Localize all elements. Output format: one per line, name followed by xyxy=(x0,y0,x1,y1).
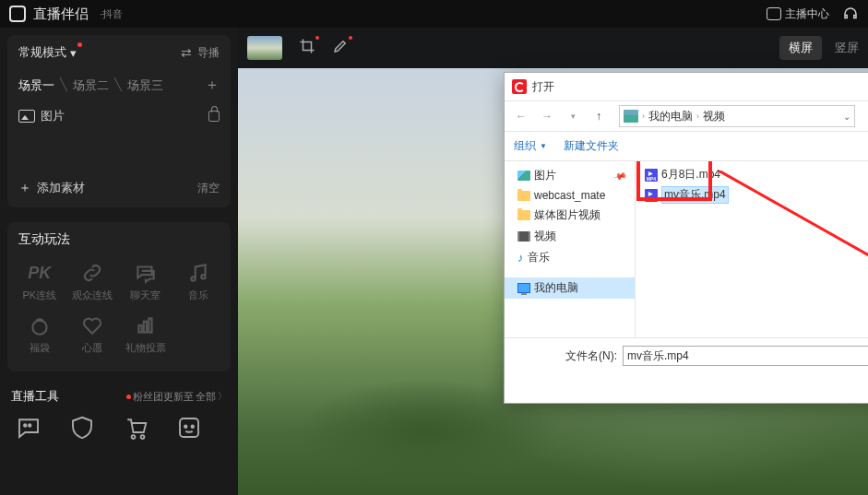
tool-item-3[interactable] xyxy=(122,414,149,445)
file-list[interactable]: MP4 6月8日.mp4 MP4 mv音乐.mp4 xyxy=(636,161,868,337)
interact-title: 互动玩法 xyxy=(7,222,231,252)
mp4-file-icon: MP4 xyxy=(645,189,658,202)
tree-video[interactable]: 视频 xyxy=(505,226,635,247)
chat-icon xyxy=(134,261,158,285)
interact-label: 音乐 xyxy=(188,289,208,302)
content-toolbar-left xyxy=(247,36,349,60)
filename-input[interactable]: mv音乐.mp4 ⌄ xyxy=(623,346,868,366)
dialog-titlebar: 打开 ✕ xyxy=(505,73,868,100)
tools-row xyxy=(0,407,238,445)
scene-tab-1[interactable]: 场景一 xyxy=(18,77,54,94)
interact-wish[interactable]: 心愿 xyxy=(68,310,118,359)
nav-forward-button[interactable]: → xyxy=(536,105,558,127)
preview-area: 横屏 竖屏 打开 ✕ ← → ▾ ↑ › 我的电脑 xyxy=(238,28,868,495)
tool-item-1[interactable] xyxy=(15,414,42,445)
dialog-title-left: 打开 xyxy=(512,79,554,95)
breadcrumb-bar[interactable]: › 我的电脑 › 视频 ⌄ xyxy=(619,105,855,127)
app-subtitle: ·抖音 xyxy=(100,7,123,21)
headset-button[interactable] xyxy=(842,6,859,22)
nav-back-button[interactable]: ← xyxy=(510,105,532,127)
host-center-button[interactable]: 主播中心 xyxy=(767,6,829,22)
svg-point-7 xyxy=(141,435,145,439)
app-logo-icon xyxy=(9,6,26,22)
breadcrumb-item-2[interactable]: 视频 xyxy=(703,109,725,124)
tool-item-2[interactable] xyxy=(68,414,96,445)
breadcrumb-sep: › xyxy=(642,112,645,121)
lock-icon[interactable] xyxy=(208,111,220,122)
orient-horizontal[interactable]: 横屏 xyxy=(779,36,822,60)
scene-thumbnail[interactable] xyxy=(247,36,282,60)
heart-icon xyxy=(80,313,104,337)
interact-pk[interactable]: PK PK连线 xyxy=(15,257,65,306)
folder-tree[interactable]: 图片📌 webcast_mate 媒体图片视频 视频 ♪音乐 我的电脑 xyxy=(505,161,636,337)
tree-music[interactable]: ♪音乐 xyxy=(505,247,635,268)
cart-tool-icon xyxy=(122,414,149,442)
interact-music[interactable]: 音乐 xyxy=(174,257,224,306)
tools-link-all: 全部 xyxy=(196,390,216,404)
image-source-row[interactable]: 图片 xyxy=(7,100,231,134)
comment-tool-icon xyxy=(15,414,42,442)
file-item-2[interactable]: MP4 mv音乐.mp4 xyxy=(641,184,868,206)
video-folder-icon xyxy=(517,231,530,242)
nav-up-button[interactable]: ↑ xyxy=(588,105,610,127)
breadcrumb-item-1[interactable]: 我的电脑 xyxy=(648,109,693,124)
crop-button[interactable] xyxy=(299,38,315,58)
tree-media[interactable]: 媒体图片视频 xyxy=(505,205,635,226)
add-material-button[interactable]: ＋ 添加素材 xyxy=(18,180,85,196)
switch-cast-button[interactable]: ⇄ 导播 xyxy=(181,45,220,61)
headset-icon xyxy=(842,6,859,22)
interact-bag[interactable]: 福袋 xyxy=(15,310,65,359)
dialog-body: 图片📌 webcast_mate 媒体图片视频 视频 ♪音乐 我的电脑 MP4 … xyxy=(505,161,868,337)
svg-point-4 xyxy=(24,424,27,427)
svg-point-6 xyxy=(132,435,136,439)
orientation-tabs: 横屏 竖屏 xyxy=(779,36,859,60)
host-center-label: 主播中心 xyxy=(785,6,829,22)
music-folder-icon: ♪ xyxy=(517,251,524,265)
tools-all-link[interactable]: 粉丝团更新至 全部 〉 xyxy=(126,390,227,404)
crop-icon xyxy=(299,38,315,54)
interact-label: 聊天室 xyxy=(130,289,161,302)
mode-row: 常规模式 ▾ ⇄ 导播 xyxy=(7,35,231,70)
interact-audience[interactable]: 观众连线 xyxy=(68,257,118,306)
image-source-left: 图片 xyxy=(18,108,65,124)
app-title: 直播伴侣 xyxy=(33,6,89,23)
scene-list: 场景一 ╲ 场景二 ╲ 场景三 xyxy=(18,77,163,94)
breadcrumb-sep: › xyxy=(696,112,699,121)
tree-pictures[interactable]: 图片📌 xyxy=(505,165,635,186)
new-folder-button[interactable]: 新建文件夹 xyxy=(564,138,619,154)
folder-icon xyxy=(517,191,530,201)
tools-link-prefix: 粉丝团更新至 xyxy=(133,390,194,404)
add-scene-button[interactable]: ＋ xyxy=(205,76,220,95)
svg-point-10 xyxy=(192,426,195,429)
add-material-row: ＋ 添加素材 清空 xyxy=(7,171,231,207)
tree-mypc[interactable]: 我的电脑 xyxy=(505,277,635,299)
mode-selector[interactable]: 常规模式 ▾ xyxy=(18,44,77,61)
clear-button[interactable]: 清空 xyxy=(197,181,220,196)
scene-tab-3[interactable]: 场景三 xyxy=(127,77,163,94)
notification-dot xyxy=(126,395,131,399)
nav-recent-button[interactable]: ▾ xyxy=(562,105,584,127)
video-location-icon xyxy=(624,110,638,123)
interact-label: 礼物投票 xyxy=(125,341,166,355)
main-area: 常规模式 ▾ ⇄ 导播 场景一 ╲ 场景二 ╲ 场景三 ＋ xyxy=(0,28,868,495)
edit-button[interactable] xyxy=(332,38,349,58)
path-dropdown-icon[interactable]: ⌄ xyxy=(843,112,850,122)
organize-menu[interactable]: 组织▼ xyxy=(514,138,547,154)
face-tool-icon xyxy=(175,414,203,442)
mp4-file-icon: MP4 xyxy=(645,169,658,182)
file-item-1[interactable]: MP4 6月8日.mp4 xyxy=(641,165,868,184)
interact-grid: PK PK连线 观众连线 聊天室 音乐 福袋 xyxy=(7,252,231,364)
orient-vertical[interactable]: 竖屏 xyxy=(835,40,859,56)
nav-refresh-button[interactable] xyxy=(864,105,868,127)
interact-vote[interactable]: 礼物投票 xyxy=(121,310,171,359)
pin-icon: 📌 xyxy=(612,169,627,183)
scene-tabs: 场景一 ╲ 场景二 ╲ 场景三 ＋ xyxy=(7,70,231,100)
scene-tab-2[interactable]: 场景二 xyxy=(73,77,109,94)
interact-label: 心愿 xyxy=(82,341,102,355)
svg-rect-3 xyxy=(149,318,151,332)
sidebar: 常规模式 ▾ ⇄ 导播 场景一 ╲ 场景二 ╲ 场景三 ＋ xyxy=(0,28,238,495)
interact-chat[interactable]: 聊天室 xyxy=(121,257,171,306)
tree-label: 我的电脑 xyxy=(534,280,578,296)
tool-item-4[interactable] xyxy=(175,414,203,445)
tree-webcast[interactable]: webcast_mate xyxy=(505,186,635,205)
